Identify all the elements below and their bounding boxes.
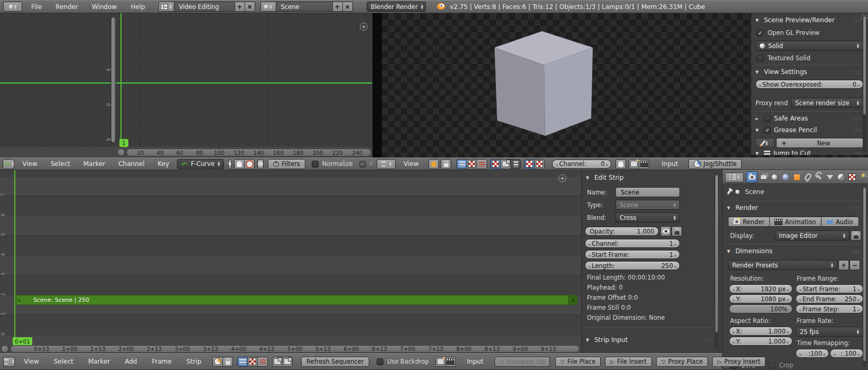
number-field[interactable]: X:1920 px [729,284,792,293]
edit-strip-panel-header[interactable]: Edit Strip [586,174,681,181]
number-field[interactable]: :100 [796,349,829,358]
tab-data[interactable] [825,172,835,182]
increment-arrow-icon[interactable] [824,350,826,357]
grease-pencil-browse-button[interactable] [755,138,774,148]
increment-arrow-icon[interactable] [858,306,860,313]
add-scene-button[interactable] [332,2,343,12]
screen-layout-browse-button[interactable] [158,2,174,12]
graph-hscroll-cap[interactable] [117,149,125,156]
preview-view-menu[interactable]: View [399,160,423,168]
render-button[interactable]: Render [728,217,770,227]
overlay-rect-button[interactable] [534,159,545,169]
display-lock-button[interactable] [851,230,861,240]
panel-scrollbar[interactable] [863,16,866,115]
overlay-split-button[interactable] [524,159,535,169]
playback-sync-button[interactable] [212,357,223,367]
number-field[interactable]: Y:1080 px [729,294,792,303]
close-scene-button[interactable] [342,2,353,12]
jog-shuttle-button[interactable]: Jog/Shuttle [688,159,742,169]
menu-item[interactable]: Frame [147,358,176,365]
fcurve-line[interactable] [0,82,372,84]
view-settings-panel-header[interactable]: View Settings [755,68,861,76]
menu-item[interactable]: Marker [83,358,115,365]
dimensions-panel-header[interactable]: Dimensions [727,247,859,255]
number-field[interactable]: Y:1.000 [729,337,792,346]
strip-length-field[interactable]: Length: 250 [585,261,680,270]
lock-button[interactable] [441,159,451,169]
menu-item[interactable]: Channel [114,160,149,168]
decrement-arrow-icon[interactable] [799,295,801,303]
increment-arrow-icon[interactable] [858,81,860,88]
mute-eye-button[interactable] [660,226,671,236]
input-menu[interactable]: Input [462,358,488,365]
view-both-button[interactable] [257,357,268,367]
shading-select[interactable]: Solid [755,41,863,51]
grease-pencil-image-button[interactable] [629,159,639,169]
header-corner-resize[interactable] [714,362,720,367]
lock-button[interactable] [222,357,233,367]
file-insert-button[interactable]: File Insert [605,357,652,367]
menu-item[interactable]: Select [46,160,75,168]
grease-pencil-new-button[interactable]: New [776,138,863,148]
strip-name-field[interactable]: Scene [615,187,680,197]
resolution-scale-slider[interactable]: 100% [729,304,792,313]
decrement-arrow-icon[interactable] [732,338,734,345]
seq-hscroll-cap[interactable] [1,345,8,353]
graph-canvas[interactable]: 505 1 + [0,13,372,147]
tab-constraints[interactable] [802,172,813,182]
preview-editor-type-button[interactable] [377,159,396,169]
remove-preset-button[interactable]: − [850,260,860,270]
scene-preview-panel-header[interactable]: Scene Preview/Render [755,16,861,24]
tab-scene[interactable] [769,172,780,182]
tab-material[interactable] [836,172,846,182]
panel-drag-dots[interactable] [705,338,713,342]
decrement-arrow-icon[interactable] [555,160,557,168]
preview-mode-histogram-button[interactable] [510,159,521,169]
panel-drag-dots[interactable] [853,128,861,132]
panel-drag-dots[interactable] [853,70,861,74]
decrement-arrow-icon[interactable] [732,285,734,293]
increment-arrow-icon[interactable] [858,350,860,357]
preview-mode-waveform-button[interactable] [500,159,511,169]
menu-item[interactable]: Marker [79,160,110,168]
panel-drag-dots[interactable] [851,206,859,210]
breadcrumb-scene[interactable]: Scene [745,188,764,196]
menu-item[interactable]: Render [51,3,83,11]
use-backdrop-checkbox[interactable] [377,358,384,365]
graph-mode-select[interactable]: F-Curve [177,159,224,169]
auto-normalize-checkbox[interactable] [359,161,366,168]
header-corner-resize[interactable] [862,172,868,178]
ghost-frames-button[interactable] [428,159,439,169]
increment-arrow-icon[interactable] [606,160,608,168]
screen-layout-name[interactable]: Video Editing [174,2,235,12]
seq-hscrollbar[interactable]: 0+131+001+132+002+133+003+134+004+135+00… [10,345,580,353]
preview-channel-field[interactable]: Channel: 0 [552,160,611,169]
increment-arrow-icon[interactable] [787,285,789,293]
strip-right-handle[interactable]: ◄ [568,295,577,304]
menu-item[interactable]: Strip [182,358,206,365]
decrement-arrow-icon[interactable] [799,350,801,357]
properties-editor-type-button[interactable] [725,172,744,182]
edit-strip-scrollbar[interactable] [715,174,718,333]
render-panel-header[interactable]: Render [727,204,859,211]
frame-rate-select[interactable]: 25 fps [796,327,863,337]
grease-pencil-panel-header[interactable]: Grease Pencil [755,126,861,134]
proxy-render-size-select[interactable]: Scene render size [791,98,863,108]
preview-input-menu[interactable]: Input [657,160,683,168]
decrement-arrow-icon[interactable] [732,328,734,335]
menu-item[interactable]: Key [153,160,174,168]
filters-button[interactable]: Filters [268,159,305,169]
grease-pencil-checkbox[interactable] [764,127,771,134]
menu-item[interactable]: View [17,160,42,168]
proxy-place-button[interactable]: Proxy Place [656,357,708,367]
strip-start-frame-field[interactable]: Start Frame: 1 [585,250,680,259]
menu-item[interactable]: Window [87,3,122,11]
close-layout-button[interactable] [245,2,255,12]
menu-item[interactable]: View [19,358,43,365]
grease-pencil-image-button[interactable] [435,357,446,367]
increment-arrow-icon[interactable] [858,285,860,293]
file-place-button[interactable]: File Place [555,357,601,367]
pin-icon[interactable] [727,189,731,195]
tab-modifiers[interactable] [814,172,824,182]
sequencer-current-frame-line[interactable] [14,170,15,345]
